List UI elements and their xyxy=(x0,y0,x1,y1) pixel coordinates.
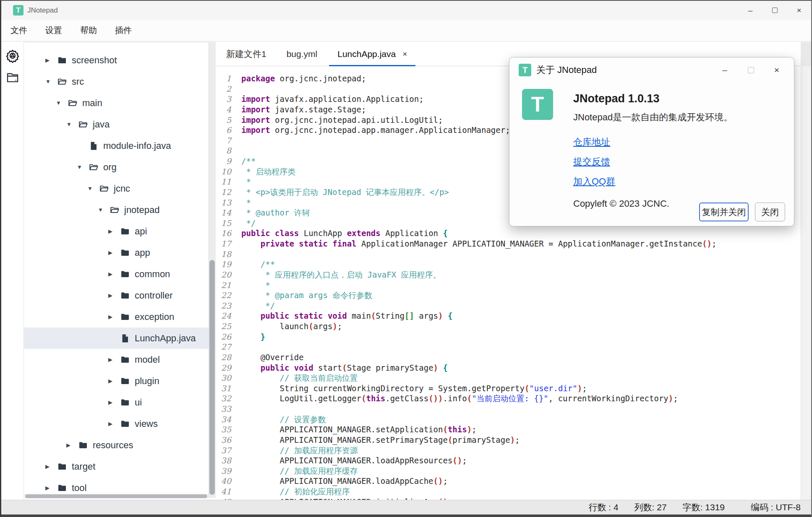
code-token: APPLICATION_MANAGER.loadAppResources xyxy=(241,456,452,465)
status-item: 行数 : 4 xyxy=(588,501,618,513)
editor-scrollbar-track[interactable] xyxy=(801,66,811,500)
folder-closed-icon xyxy=(120,312,130,322)
tree-item-target[interactable]: ▶target xyxy=(24,456,209,477)
chevron-right-icon[interactable]: ▶ xyxy=(45,485,57,491)
tree-item-app[interactable]: ▶app xyxy=(24,242,209,263)
chevron-right-icon[interactable]: ▶ xyxy=(108,314,120,320)
chevron-right-icon[interactable]: ▶ xyxy=(108,421,120,427)
code-token: { xyxy=(438,363,448,372)
chevron-down-icon[interactable]: ▼ xyxy=(45,78,57,85)
maximize-button[interactable] xyxy=(762,1,787,20)
dialog-close-button[interactable]: × xyxy=(764,57,790,83)
line-number: 21 xyxy=(216,280,231,291)
folder-closed-icon xyxy=(120,226,130,236)
code-line: public static void main(String[] args) { xyxy=(241,311,801,321)
tree-item-common[interactable]: ▶common xyxy=(24,263,209,285)
code-token: this xyxy=(448,425,467,434)
tree-scrollbar-thumb[interactable] xyxy=(209,260,215,495)
dialog-close-action-button[interactable]: 关闭 xyxy=(755,203,785,221)
tab-新建文件1[interactable]: 新建文件1 xyxy=(216,42,277,66)
line-number: 11 xyxy=(216,177,231,187)
code-line: } xyxy=(241,332,801,342)
chevron-right-icon[interactable]: ▶ xyxy=(108,378,120,384)
chevron-right-icon[interactable]: ▶ xyxy=(45,463,57,470)
tree-item-label: views xyxy=(135,418,158,429)
dialog-minimize-button[interactable]: – xyxy=(712,57,738,83)
code-token: // 获取当前启动位置 xyxy=(241,373,358,382)
line-number: 1 xyxy=(216,73,231,84)
line-number: 31 xyxy=(216,383,231,394)
tree-item-module-info.java[interactable]: module-info.java xyxy=(24,135,209,156)
tree-item-model[interactable]: ▶model xyxy=(24,349,209,370)
tree-item-exception[interactable]: ▶exception xyxy=(24,306,209,327)
chevron-down-icon[interactable]: ▼ xyxy=(66,121,78,127)
tab-close-icon[interactable]: × xyxy=(402,49,407,59)
tree-item-partial-top[interactable]: ▶ xyxy=(24,42,209,49)
chevron-down-icon[interactable]: ▼ xyxy=(77,164,89,170)
tree-item-main[interactable]: ▼main xyxy=(24,92,209,114)
maximize-icon xyxy=(772,8,778,13)
tree-item-label: java xyxy=(93,119,110,130)
folder-icon[interactable] xyxy=(5,70,21,86)
tree-hscrollbar-thumb[interactable] xyxy=(25,494,207,498)
tree-item-src[interactable]: ▼src xyxy=(24,71,209,92)
chevron-right-icon[interactable]: ▶ xyxy=(108,356,120,363)
about-link-仓库地址[interactable]: 仓库地址 xyxy=(573,136,615,148)
code-token: ) xyxy=(438,311,443,320)
folder-open-icon xyxy=(68,98,78,108)
about-link-加入QQ群[interactable]: 加入QQ群 xyxy=(573,175,615,188)
chevron-right-icon[interactable]: ▶ xyxy=(108,249,120,256)
code-token: args xyxy=(414,311,438,320)
tree-item-java[interactable]: ▼java xyxy=(24,114,209,135)
menu-item-设置[interactable]: 设置 xyxy=(45,22,71,39)
about-link-提交反馈[interactable]: 提交反馈 xyxy=(573,156,615,168)
tree-item-screenshot[interactable]: ▶screenshot xyxy=(24,49,209,71)
chevron-down-icon[interactable]: ▼ xyxy=(56,100,68,106)
tree-item-LunchApp.java[interactable]: LunchApp.java xyxy=(24,327,209,349)
chevron-right-icon[interactable]: ▶ xyxy=(108,292,120,299)
close-button[interactable]: × xyxy=(787,1,811,20)
folder-closed-icon xyxy=(120,248,130,258)
tree-item-controller[interactable]: ▶controller xyxy=(24,285,209,306)
window-bottom-edge xyxy=(1,514,811,517)
menu-item-插件[interactable]: 插件 xyxy=(115,22,141,39)
tree-item-org[interactable]: ▼org xyxy=(24,156,209,178)
tree-item-label: common xyxy=(135,269,170,280)
tree-item-jcnc[interactable]: ▼jcnc xyxy=(24,178,209,199)
tab-bug.yml[interactable]: bug.yml xyxy=(277,42,328,66)
status-item: 编码 : UTF-8 xyxy=(751,501,801,513)
chevron-right-icon[interactable]: ▶ xyxy=(108,228,120,234)
line-number: 38 xyxy=(216,455,231,466)
dialog-app-icon: T xyxy=(519,64,531,76)
line-number: 33 xyxy=(216,404,231,414)
tree-item-views[interactable]: ▶views xyxy=(24,413,209,434)
chevron-right-icon[interactable]: ▶ xyxy=(108,271,120,277)
chevron-right-icon[interactable]: ▶ xyxy=(108,399,120,405)
code-token: ( xyxy=(308,322,313,331)
code-token: main xyxy=(347,311,371,320)
tree-item-resources[interactable]: ▶resources xyxy=(24,434,209,456)
tree-item-jnotepad[interactable]: ▼jnotepad xyxy=(24,199,209,221)
chevron-down-icon[interactable]: ▼ xyxy=(98,207,110,213)
tree-item-plugin[interactable]: ▶plugin xyxy=(24,370,209,392)
tree-item-ui[interactable]: ▶ui xyxy=(24,392,209,413)
tree-item-api[interactable]: ▶api xyxy=(24,221,209,242)
code-token: this xyxy=(366,394,385,403)
menu-item-帮助[interactable]: 帮助 xyxy=(80,22,106,39)
chevron-right-icon[interactable]: ▶ xyxy=(66,442,78,448)
chevron-right-icon[interactable]: ▶ xyxy=(45,57,57,63)
code-token: "user.dir" xyxy=(529,384,577,393)
copy-and-close-button[interactable]: 复制并关闭 xyxy=(699,203,749,221)
code-token: () xyxy=(428,394,438,403)
tab-LunchApp.java[interactable]: LunchApp.java× xyxy=(327,42,417,66)
settings-gear-icon[interactable] xyxy=(5,48,21,64)
menu-item-文件[interactable]: 文件 xyxy=(10,22,36,39)
tab-label: 新建文件1 xyxy=(226,48,266,60)
chevron-down-icon[interactable]: ▼ xyxy=(87,185,99,192)
line-number: 32 xyxy=(216,393,231,404)
line-number: 30 xyxy=(216,373,231,383)
dialog-maximize-button[interactable] xyxy=(738,57,764,83)
minimize-button[interactable]: – xyxy=(738,1,762,20)
code-token: launch xyxy=(241,322,308,331)
dialog-title: 关于 JNotepad xyxy=(536,64,597,76)
